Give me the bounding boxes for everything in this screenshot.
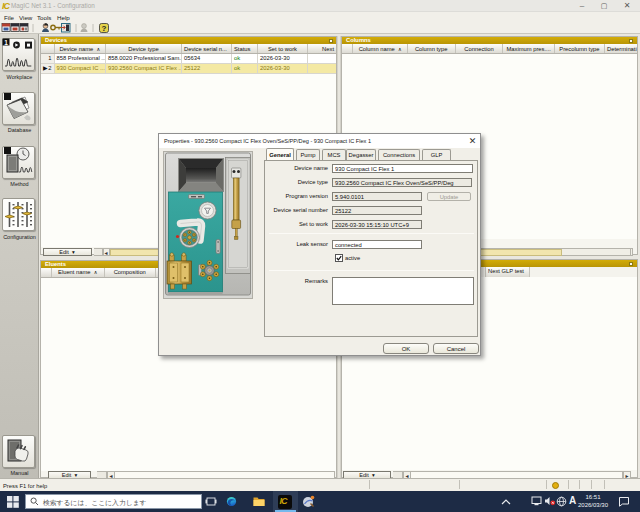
svg-text:1: 1 xyxy=(4,39,8,46)
svg-text:?: ? xyxy=(102,24,107,33)
